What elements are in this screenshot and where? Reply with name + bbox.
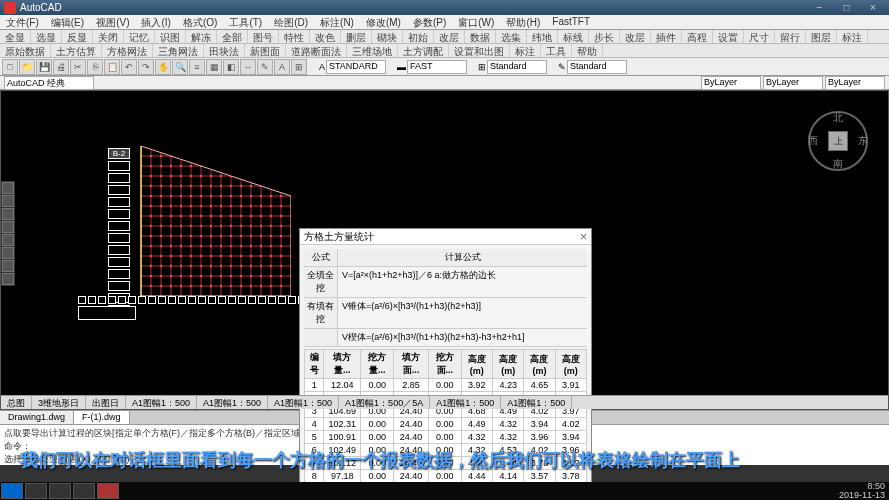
cmd-button[interactable]: 土方调配 bbox=[398, 44, 449, 57]
cmd-button[interactable]: 图号 bbox=[248, 30, 279, 43]
layout-tab[interactable]: A1图幅1：500 bbox=[430, 396, 501, 409]
text-icon[interactable]: A bbox=[274, 59, 290, 75]
close-button[interactable]: × bbox=[861, 2, 885, 13]
cmd-button[interactable]: 尺寸 bbox=[744, 30, 775, 43]
cmd-button[interactable]: 留行 bbox=[775, 30, 806, 43]
layout-tab[interactable]: A1图幅1：500 bbox=[268, 396, 339, 409]
cmd-button[interactable]: 设置和出图 bbox=[449, 44, 510, 57]
save-icon[interactable]: 💾 bbox=[36, 59, 52, 75]
file-tab-1[interactable]: Drawing1.dwg bbox=[0, 411, 74, 424]
open-icon[interactable]: 📁 bbox=[19, 59, 35, 75]
cut-icon[interactable]: ✂ bbox=[70, 59, 86, 75]
cmd-button[interactable]: 关闭 bbox=[93, 30, 124, 43]
table-row[interactable]: 4102.310.0024.400.004.494.323.944.02 bbox=[305, 418, 587, 431]
table-row[interactable]: 5100.910.0024.400.004.324.323.963.94 bbox=[305, 431, 587, 444]
table-row[interactable]: 112.040.002.850.003.924.234.653.91 bbox=[305, 379, 587, 392]
cmd-button[interactable]: 删层 bbox=[341, 30, 372, 43]
taskbar-app-2-icon[interactable] bbox=[73, 483, 95, 499]
file-tab-2[interactable]: F-(1).dwg bbox=[74, 411, 130, 424]
paste-icon[interactable]: 📋 bbox=[104, 59, 120, 75]
cmd-button[interactable]: 数据 bbox=[465, 30, 496, 43]
cmd-button[interactable]: 道路断面法 bbox=[286, 44, 347, 57]
menu-item[interactable]: FastTFT bbox=[546, 15, 596, 29]
table-style-select[interactable]: Standard bbox=[487, 60, 547, 74]
cmd-button[interactable]: 特性 bbox=[279, 30, 310, 43]
mleader-style-select[interactable]: Standard bbox=[567, 60, 627, 74]
menu-item[interactable]: 插入(I) bbox=[135, 15, 176, 29]
layout-tab[interactable]: 出图日 bbox=[86, 396, 126, 409]
cmd-button[interactable]: 设置 bbox=[713, 30, 744, 43]
lineweight-select[interactable]: ByLayer bbox=[825, 76, 885, 90]
dialog-titlebar[interactable]: 方格土方量统计 × bbox=[300, 229, 591, 245]
draw-icon[interactable]: ✎ bbox=[257, 59, 273, 75]
table-icon[interactable]: ⊞ bbox=[291, 59, 307, 75]
left-tool-strip[interactable] bbox=[1, 181, 15, 286]
cmd-button[interactable]: 改色 bbox=[310, 30, 341, 43]
cmd-button[interactable]: 方格网法 bbox=[102, 44, 153, 57]
layout-tab[interactable]: 3维地形日 bbox=[32, 396, 86, 409]
cmd-button[interactable]: 选集 bbox=[496, 30, 527, 43]
view-cube-face[interactable]: 上 bbox=[828, 131, 848, 151]
linetype-select[interactable]: ByLayer bbox=[763, 76, 823, 90]
menu-item[interactable]: 工具(T) bbox=[223, 15, 268, 29]
cmd-button[interactable]: 帮助 bbox=[572, 44, 603, 57]
taskbar-app-1-icon[interactable] bbox=[49, 483, 71, 499]
workspace-select[interactable]: AutoCAD 经典 bbox=[4, 76, 94, 90]
menu-item[interactable]: 参数(P) bbox=[407, 15, 452, 29]
dialog-close-icon[interactable]: × bbox=[580, 230, 587, 244]
dim-style-select[interactable]: FAST bbox=[407, 60, 467, 74]
new-icon[interactable]: □ bbox=[2, 59, 18, 75]
system-clock[interactable]: 8:50 2019-11-13 bbox=[839, 482, 889, 500]
props-icon[interactable]: ≡ bbox=[189, 59, 205, 75]
cmd-button[interactable]: 识图 bbox=[155, 30, 186, 43]
cmd-button[interactable]: 标注 bbox=[510, 44, 541, 57]
layout-tab[interactable]: A1图幅1：500 bbox=[126, 396, 197, 409]
menu-item[interactable]: 绘图(D) bbox=[268, 15, 314, 29]
cmd-button[interactable]: 选显 bbox=[31, 30, 62, 43]
cmd-button[interactable]: 田块法 bbox=[204, 44, 245, 57]
cmd-button[interactable]: 反显 bbox=[62, 30, 93, 43]
menu-item[interactable]: 窗口(W) bbox=[452, 15, 500, 29]
dim-icon[interactable]: ↔ bbox=[240, 59, 256, 75]
cmd-button[interactable]: 纬地 bbox=[527, 30, 558, 43]
layout-tab[interactable]: 总图 bbox=[1, 396, 32, 409]
undo-icon[interactable]: ↶ bbox=[121, 59, 137, 75]
view-cube[interactable]: 北 南 东 西 上 bbox=[808, 111, 868, 171]
results-table[interactable]: 编号填方量...挖方量...填方面...挖方面...高度(m)高度(m)高度(m… bbox=[304, 349, 587, 496]
compass-west[interactable]: 西 bbox=[808, 134, 818, 148]
cmd-button[interactable]: 标线 bbox=[558, 30, 589, 43]
layout-tab[interactable]: A1图幅1：500／5A bbox=[339, 396, 430, 409]
compass-north[interactable]: 北 bbox=[833, 111, 843, 125]
cmd-button[interactable]: 步长 bbox=[589, 30, 620, 43]
cmd-button[interactable]: 砌块 bbox=[372, 30, 403, 43]
command-row-2[interactable]: 原始数据土方估算方格网法三角网法田块法新图面道路断面法三维场地土方调配设置和出图… bbox=[0, 44, 889, 58]
cmd-button[interactable]: 解冻 bbox=[186, 30, 217, 43]
pan-icon[interactable]: ✋ bbox=[155, 59, 171, 75]
cmd-button[interactable]: 三维场地 bbox=[347, 44, 398, 57]
menu-item[interactable]: 视图(V) bbox=[90, 15, 135, 29]
drawing-canvas[interactable]: 北 南 东 西 上 B-2 bbox=[0, 90, 889, 410]
maximize-button[interactable]: □ bbox=[834, 2, 858, 13]
cmd-button[interactable]: 高程 bbox=[682, 30, 713, 43]
color-select[interactable]: ByLayer bbox=[701, 76, 761, 90]
menu-item[interactable]: 编辑(E) bbox=[45, 15, 90, 29]
cmd-button[interactable]: 三角网法 bbox=[153, 44, 204, 57]
block-icon[interactable]: ▦ bbox=[206, 59, 222, 75]
cmd-button[interactable]: 工具 bbox=[541, 44, 572, 57]
cmd-button[interactable]: 初始 bbox=[403, 30, 434, 43]
menu-item[interactable]: 帮助(H) bbox=[500, 15, 546, 29]
minimize-button[interactable]: − bbox=[807, 2, 831, 13]
menu-item[interactable]: 标注(N) bbox=[314, 15, 360, 29]
layout-tab[interactable]: A1图幅1：500 bbox=[197, 396, 268, 409]
start-button-icon[interactable] bbox=[1, 483, 23, 499]
menu-item[interactable]: 文件(F) bbox=[0, 15, 45, 29]
taskbar-app-3-icon[interactable] bbox=[97, 483, 119, 499]
text-style-select[interactable]: STANDARD bbox=[326, 60, 386, 74]
copy-icon[interactable]: ⎘ bbox=[87, 59, 103, 75]
cmd-button[interactable]: 新图面 bbox=[245, 44, 286, 57]
cmd-button[interactable]: 插件 bbox=[651, 30, 682, 43]
cmd-button[interactable]: 全显 bbox=[0, 30, 31, 43]
cmd-button[interactable]: 图层 bbox=[806, 30, 837, 43]
cmd-button[interactable]: 改层 bbox=[434, 30, 465, 43]
cmd-button[interactable]: 改层 bbox=[620, 30, 651, 43]
